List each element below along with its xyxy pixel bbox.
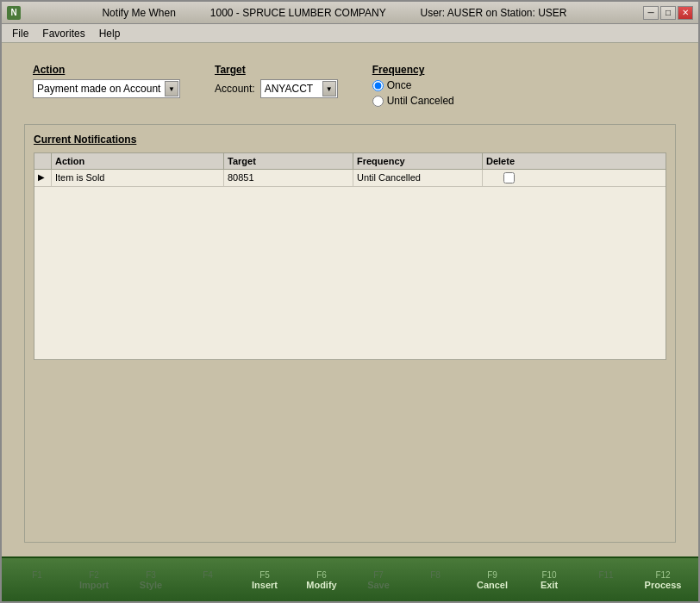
col-header-delete: Delete [483,153,534,169]
col-header-frequency: Frequency [353,153,483,169]
menu-help[interactable]: Help [92,26,128,41]
once-option: Once [372,79,454,91]
notifications-box: Current Notifications Action Target Freq… [24,124,676,543]
col-header-action: Action [52,153,224,169]
notifications-title: Current Notifications [34,134,666,146]
menu-favorites[interactable]: Favorites [35,26,91,41]
menu-file[interactable]: File [5,26,35,41]
account-sub-label: Account: [215,83,255,95]
footer-bar: F1 F2 Import F3 Style F4 F5 Insert F6 Mo [2,556,698,601]
delete-checkbox[interactable] [503,172,515,183]
fkey-f6[interactable]: F6 Modify [300,570,343,590]
close-button[interactable]: ✕ [678,6,693,20]
until-canceled-option: Until Canceled [372,95,454,107]
frequency-label: Frequency [372,64,454,76]
action-dropdown-container: Payment made on Account Item is Sold Cus… [33,79,180,98]
main-content: Action Payment made on Account Item is S… [2,43,698,556]
fkey-f5[interactable]: F5 Insert [243,570,286,590]
account-dropdown[interactable]: ANYACCT ACCT001 ACCT002 [260,79,338,98]
row-delete[interactable] [483,170,534,186]
fkey-f9[interactable]: F9 Cancel [471,570,514,590]
window-controls: ─ □ ✕ [643,6,693,20]
action-dropdown[interactable]: Payment made on Account Item is Sold Cus… [33,79,180,98]
row-indicator: ▶ [34,170,52,186]
fkey-f4: F4 [186,570,229,590]
notifications-table: Action Target Frequency Delete ▶ Item is… [34,152,666,360]
form-section: Action Payment made on Account Item is S… [16,57,684,114]
empty-table-area [34,187,666,359]
main-window: N Notify Me When 1000 - SPRUCE LUMBER CO… [0,0,700,603]
target-field-group: Target Account: ANYACCT ACCT001 ACCT002 … [215,64,338,98]
col-header-target: Target [224,153,353,169]
maximize-button[interactable]: □ [660,6,676,20]
fkey-f2: F2 Import [72,570,116,590]
title-bar-text: Notify Me When 1000 - SPRUCE LUMBER COMP… [26,7,643,19]
menu-bar: File Favorites Help [2,24,698,43]
once-radio[interactable] [372,80,384,91]
col-header-indicator [34,153,52,169]
until-canceled-label: Until Canceled [387,95,454,107]
title-bar: N Notify Me When 1000 - SPRUCE LUMBER CO… [2,2,698,24]
target-label: Target [215,64,338,76]
fkey-f12[interactable]: F12 Process [641,570,684,590]
until-canceled-radio[interactable] [372,96,384,107]
once-label: Once [387,79,412,91]
fkey-f1: F1 [16,570,59,590]
row-target: 80851 [224,170,353,186]
fkey-f11: F11 [584,570,628,590]
table-header: Action Target Frequency Delete [34,153,666,170]
fkey-f8: F8 [414,570,457,590]
action-field-group: Action Payment made on Account Item is S… [33,64,180,98]
account-dropdown-container: ANYACCT ACCT001 ACCT002 ▼ [260,79,338,98]
frequency-field-group: Frequency Once Until Canceled [372,64,454,107]
row-action: Item is Sold [52,170,224,186]
app-icon: N [7,6,21,20]
fkey-f3: F3 Style [129,570,172,590]
fkey-f7: F7 Save [357,570,400,590]
row-frequency: Until Cancelled [353,170,483,186]
account-row: Account: ANYACCT ACCT001 ACCT002 ▼ [215,79,338,98]
minimize-button[interactable]: ─ [643,6,659,20]
table-row[interactable]: ▶ Item is Sold 80851 Until Cancelled [34,170,666,187]
function-keys: F1 F2 Import F3 Style F4 F5 Insert F6 Mo [10,570,690,590]
action-label: Action [33,64,180,76]
fkey-f10[interactable]: F10 Exit [528,570,571,590]
